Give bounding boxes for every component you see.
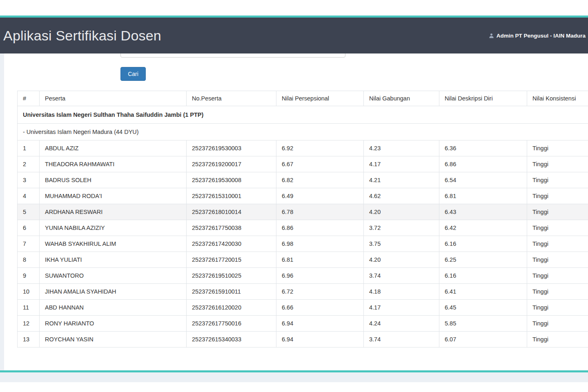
- cell-nilai-gabungan: 4.20: [364, 204, 439, 220]
- cell-no: 4: [18, 188, 40, 204]
- table-row: 10JIHAN AMALIA SYAHIDAH2523726159100116.…: [18, 284, 588, 300]
- cell-peserta: BADRUS SOLEH: [40, 172, 187, 188]
- cell-nilai-gabungan: 3.74: [364, 332, 439, 347]
- group-header-label: Universitas Islam Negeri Sulthan Thaha S…: [18, 106, 588, 124]
- cell-no: 12: [18, 316, 40, 332]
- person-icon: [489, 33, 494, 38]
- cell-no-peserta: 252372616120020: [187, 300, 276, 316]
- cell-nilai-deskripsi-diri: 6.16: [439, 236, 527, 252]
- cell-no: 6: [18, 220, 40, 236]
- cell-nilai-persepsional: 6.94: [276, 332, 364, 347]
- cell-no-peserta: 252372615340033: [187, 332, 276, 347]
- cell-peserta: MUHAMMAD RODA'I: [40, 188, 187, 204]
- table-row: 6YUNIA NABILA AZIZIY2523726177500386.863…: [18, 220, 588, 236]
- cell-nilai-konsistensi: Tinggi: [527, 172, 588, 188]
- table-row: 3BADRUS SOLEH2523726195300086.824.216.54…: [18, 172, 588, 188]
- cell-nilai-gabungan: 4.17: [364, 300, 439, 316]
- cell-nilai-gabungan: 4.21: [364, 172, 439, 188]
- cell-no: 7: [18, 236, 40, 252]
- cell-nilai-persepsional: 6.92: [276, 140, 364, 156]
- cell-nilai-gabungan: 4.62: [364, 188, 439, 204]
- cell-nilai-deskripsi-diri: 6.07: [439, 332, 527, 347]
- column-header-4: Nilai Gabungan: [364, 91, 439, 106]
- cell-no-peserta: 252372615910011: [187, 284, 276, 300]
- table-row: 1ABDUL AZIZ2523726195300036.924.236.36Ti…: [18, 140, 588, 156]
- user-menu[interactable]: Admin PT Pengusul - IAIN Madura: [489, 33, 586, 39]
- cell-nilai-konsistensi: Tinggi: [527, 236, 588, 252]
- cell-peserta: ABDUL AZIZ: [40, 140, 187, 156]
- cell-nilai-persepsional: 6.67: [276, 156, 364, 172]
- cell-peserta: ARDHANA RESWARI: [40, 204, 187, 220]
- cell-no-peserta: 252372617420030: [187, 236, 276, 252]
- cell-peserta: ROYCHAN YASIN: [40, 332, 187, 347]
- cell-no: 2: [18, 156, 40, 172]
- cell-nilai-konsistensi: Tinggi: [527, 252, 588, 268]
- cell-nilai-konsistensi: Tinggi: [527, 188, 588, 204]
- table-row: 12RONY HARIANTO2523726177500166.944.245.…: [18, 316, 588, 332]
- cell-no: 10: [18, 284, 40, 300]
- table-row: 4MUHAMMAD RODA'I2523726153100016.494.626…: [18, 188, 588, 204]
- cell-no-peserta: 252372617750038: [187, 220, 276, 236]
- cell-nilai-deskripsi-diri: 6.36: [439, 140, 527, 156]
- sub-group-header-row: - Universitas Islam Negeri Madura (44 DY…: [18, 124, 588, 140]
- cari-button[interactable]: Cari: [120, 67, 146, 81]
- cell-peserta: ABD HANNAN: [40, 300, 187, 316]
- cell-peserta: WAHAB SYAKHIRUL ALIM: [40, 236, 187, 252]
- cell-nilai-konsistensi: Tinggi: [527, 316, 588, 332]
- cell-peserta: YUNIA NABILA AZIZIY: [40, 220, 187, 236]
- cell-nilai-deskripsi-diri: 6.43: [439, 204, 527, 220]
- cell-peserta: SUWANTORO: [40, 268, 187, 284]
- cell-nilai-gabungan: 4.18: [364, 284, 439, 300]
- cell-nilai-gabungan: 4.17: [364, 156, 439, 172]
- cell-nilai-deskripsi-diri: 6.45: [439, 300, 527, 316]
- cell-no: 9: [18, 268, 40, 284]
- cell-nilai-persepsional: 6.98: [276, 236, 364, 252]
- cell-nilai-gabungan: 3.72: [364, 220, 439, 236]
- cell-nilai-deskripsi-diri: 6.16: [439, 268, 527, 284]
- cell-nilai-deskripsi-diri: 5.85: [439, 316, 527, 332]
- cell-no: 11: [18, 300, 40, 316]
- bottom-accent-line: [0, 370, 588, 372]
- cell-nilai-persepsional: 6.49: [276, 188, 364, 204]
- cell-nilai-gabungan: 4.24: [364, 316, 439, 332]
- cell-nilai-deskripsi-diri: 6.81: [439, 188, 527, 204]
- cell-no-peserta: 252372615310001: [187, 188, 276, 204]
- group-header-row: Universitas Islam Negeri Sulthan Thaha S…: [18, 106, 588, 124]
- cell-nilai-persepsional: 6.72: [276, 284, 364, 300]
- cell-no-peserta: 252372619530008: [187, 172, 276, 188]
- cell-no-peserta: 252372617720015: [187, 252, 276, 268]
- cell-no: 1: [18, 140, 40, 156]
- cell-peserta: THEADORA RAHMAWATI: [40, 156, 187, 172]
- cell-nilai-gabungan: 3.75: [364, 236, 439, 252]
- cell-no-peserta: 252372618010014: [187, 204, 276, 220]
- column-header-1: Peserta: [40, 91, 187, 106]
- cell-no: 13: [18, 332, 40, 347]
- cell-nilai-konsistensi: Tinggi: [527, 332, 588, 347]
- page: Cari #PesertaNo.PesertaNilai Persepsiona…: [0, 44, 588, 382]
- table-row: 8IKHA YULIATI2523726177200156.814.206.25…: [18, 252, 588, 268]
- app-header: Aplikasi Sertifikasi Dosen Admin PT Peng…: [0, 18, 588, 53]
- cell-nilai-deskripsi-diri: 6.54: [439, 172, 527, 188]
- cell-no: 3: [18, 172, 40, 188]
- cell-nilai-deskripsi-diri: 6.86: [439, 156, 527, 172]
- cell-nilai-persepsional: 6.78: [276, 204, 364, 220]
- app-title: Aplikasi Sertifikasi Dosen: [3, 28, 161, 44]
- column-header-5: Nilai Deskripsi Diri: [439, 91, 527, 106]
- cell-nilai-deskripsi-diri: 6.41: [439, 284, 527, 300]
- table-row: 2THEADORA RAHMAWATI2523726192000176.674.…: [18, 156, 588, 172]
- column-header-3: Nilai Persepsional: [276, 91, 364, 106]
- cell-nilai-persepsional: 6.96: [276, 268, 364, 284]
- cell-nilai-persepsional: 6.82: [276, 172, 364, 188]
- top-gap: [0, 0, 588, 16]
- cell-nilai-konsistensi: Tinggi: [527, 204, 588, 220]
- user-label: Admin PT Pengusul - IAIN Madura: [497, 33, 586, 39]
- cell-nilai-deskripsi-diri: 6.42: [439, 220, 527, 236]
- cell-peserta: JIHAN AMALIA SYAHIDAH: [40, 284, 187, 300]
- column-header-0: #: [18, 91, 40, 106]
- cell-nilai-persepsional: 6.94: [276, 316, 364, 332]
- cell-nilai-deskripsi-diri: 6.25: [439, 252, 527, 268]
- cell-nilai-gabungan: 4.23: [364, 140, 439, 156]
- cell-no: 8: [18, 252, 40, 268]
- peserta-table: #PesertaNo.PesertaNilai PersepsionalNila…: [17, 91, 588, 347]
- cell-nilai-konsistensi: Tinggi: [527, 156, 588, 172]
